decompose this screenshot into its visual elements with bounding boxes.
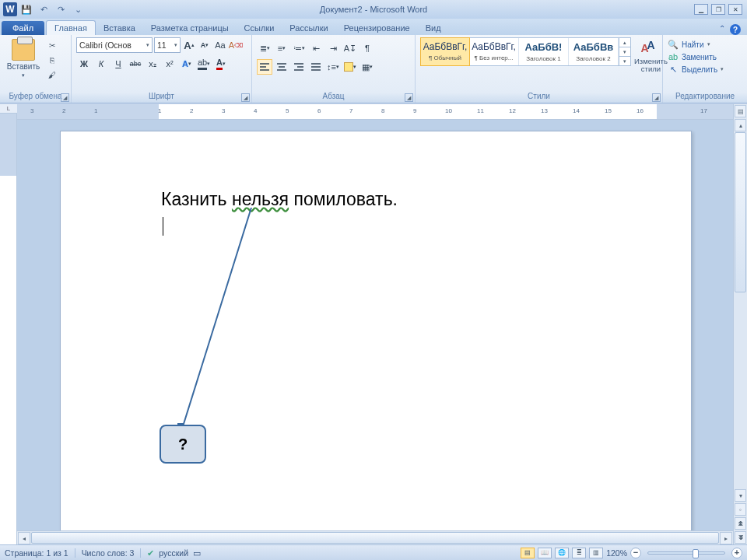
horizontal-scrollbar[interactable]: ◂ ▸	[17, 530, 733, 544]
format-painter-button[interactable]: 🖌	[45, 68, 59, 81]
document-text-line[interactable]: Казнить нельзя помиловать.	[161, 189, 398, 210]
undo-icon[interactable]: ↶	[37, 3, 50, 16]
zoom-in-button[interactable]: +	[731, 548, 742, 558]
copy-button[interactable]: ⎘	[45, 54, 59, 66]
justify-button[interactable]	[308, 59, 324, 75]
styles-launcher-icon[interactable]: ◢	[652, 93, 661, 102]
horizontal-ruler[interactable]: 3211234567891011121314151617	[17, 104, 733, 120]
cut-button[interactable]: ✂	[45, 39, 59, 51]
tab-mailings[interactable]: Рассылки	[282, 21, 335, 35]
align-left-button[interactable]	[257, 59, 272, 75]
sort-button[interactable]: A↧	[342, 40, 358, 56]
italic-button[interactable]: К	[93, 56, 109, 72]
style-gallery-item[interactable]: АаБбВвГг,¶ Обычный	[420, 37, 470, 66]
font-name-combo[interactable]: Calibri (Основ▾	[76, 37, 153, 53]
font-color-button[interactable]: A▾	[213, 56, 229, 72]
tab-layout[interactable]: Разметка страницы	[143, 21, 237, 35]
tab-file[interactable]: Файл	[2, 21, 44, 35]
prev-page-icon[interactable]: ⯭	[735, 517, 746, 530]
tab-references[interactable]: Ссылки	[237, 21, 282, 35]
replace-button[interactable]: abЗаменить	[668, 51, 724, 62]
status-language[interactable]: русский	[159, 548, 188, 558]
grow-font-button[interactable]: A▴	[182, 37, 196, 53]
browse-object-icon[interactable]: ◦	[735, 503, 746, 516]
tab-view[interactable]: Вид	[418, 21, 449, 35]
superscript-button[interactable]: x²	[162, 56, 177, 72]
ruler-tick: 1	[94, 107, 97, 114]
group-paragraph-label: Абзац	[257, 91, 410, 102]
qat-dropdown-icon[interactable]: ⌄	[72, 3, 84, 16]
find-button[interactable]: 🔍Найти ▾	[668, 39, 724, 50]
restore-button[interactable]: ❐	[711, 4, 725, 15]
style-gallery-item[interactable]: АаБбВ!Заголовок 1	[519, 38, 569, 65]
scroll-down-icon[interactable]: ▾	[735, 489, 746, 502]
numbering-button[interactable]: ≡▾	[274, 40, 289, 56]
tab-review[interactable]: Рецензирование	[336, 21, 418, 35]
ruler-corner[interactable]: L	[0, 104, 17, 114]
paste-button[interactable]: Вставить ▾	[5, 37, 42, 80]
font-launcher-icon[interactable]: ◢	[241, 93, 250, 102]
tab-insert[interactable]: Вставка	[96, 21, 143, 35]
vertical-scrollbar[interactable]: ▤ ▴ ▾ ◦ ⯭ ⯯	[733, 104, 747, 544]
text-effects-button[interactable]: A▾	[179, 56, 195, 72]
redo-icon[interactable]: ↷	[54, 3, 67, 16]
style-gallery-item[interactable]: АаБбВвЗаголовок 2	[569, 38, 619, 65]
callout-connector	[177, 208, 271, 429]
style-gallery-spinner[interactable]: ▴▾▾	[619, 38, 630, 65]
style-gallery-item[interactable]: АаБбВвГг,¶ Без интер...	[469, 38, 519, 65]
line-spacing-button[interactable]: ↕≡▾	[325, 59, 341, 75]
show-marks-button[interactable]: ¶	[359, 40, 375, 56]
view-web-button[interactable]: 🌐	[555, 548, 569, 558]
zoom-slider[interactable]	[647, 551, 725, 555]
clear-formatting-button[interactable]: A⌫	[229, 37, 243, 53]
multilevel-list-button[interactable]: ≔▾	[291, 40, 307, 56]
clipboard-launcher-icon[interactable]: ◢	[61, 93, 69, 102]
status-word-count[interactable]: Число слов: 3	[82, 548, 135, 558]
increase-indent-button[interactable]: ⇥	[325, 40, 341, 56]
shading-button[interactable]: ▾	[342, 59, 358, 75]
scroll-left-icon[interactable]: ◂	[18, 532, 30, 544]
highlight-color-button[interactable]: ab▾	[196, 56, 212, 72]
borders-button[interactable]: ▦▾	[359, 59, 375, 75]
scroll-right-icon[interactable]: ▸	[720, 532, 732, 544]
bullets-button[interactable]: ≣▾	[257, 40, 272, 56]
ruler-tick: 6	[317, 107, 321, 114]
save-icon[interactable]: 💾	[20, 3, 33, 16]
vertical-ruler[interactable]	[0, 114, 17, 544]
change-case-button[interactable]: Aa	[213, 37, 227, 53]
underline-button[interactable]: Ч	[110, 56, 126, 72]
document-canvas[interactable]: Казнить нельзя помиловать. ?	[17, 120, 733, 530]
close-button[interactable]: ✕	[728, 4, 742, 15]
paragraph-launcher-icon[interactable]: ◢	[405, 93, 413, 102]
font-size-combo[interactable]: 11▾	[154, 37, 181, 53]
status-page[interactable]: Страница: 1 из 1	[5, 548, 68, 558]
zoom-level[interactable]: 120%	[606, 548, 627, 558]
view-print-layout-button[interactable]: ▤	[521, 548, 535, 558]
styles-gallery[interactable]: АаБбВвГг,¶ ОбычныйАаБбВвГг,¶ Без интер..…	[420, 37, 631, 66]
document-area: L 3211234567891011121314151617 Казнить н…	[0, 104, 747, 544]
scroll-up-icon[interactable]: ▴	[735, 119, 746, 131]
help-icon[interactable]: ?	[730, 24, 741, 35]
next-page-icon[interactable]: ⯯	[735, 531, 746, 544]
proofing-icon[interactable]: ✔	[147, 548, 154, 558]
select-button[interactable]: ↖Выделить ▾	[668, 64, 724, 75]
view-reading-button[interactable]: 📖	[538, 548, 552, 558]
align-right-button[interactable]	[291, 59, 307, 75]
view-outline-button[interactable]: ≣	[572, 548, 586, 558]
callout-annotation[interactable]: ?	[160, 425, 206, 464]
bold-button[interactable]: Ж	[76, 56, 92, 72]
tab-home[interactable]: Главная	[46, 20, 96, 35]
strikethrough-button[interactable]: abc	[128, 56, 143, 72]
subscript-button[interactable]: x₂	[145, 56, 160, 72]
decrease-indent-button[interactable]: ⇤	[308, 40, 324, 56]
view-draft-button[interactable]: ▥	[589, 548, 603, 558]
align-center-button[interactable]	[274, 59, 289, 75]
chevron-down-icon: ▾	[144, 42, 149, 48]
shrink-font-button[interactable]: A▾	[198, 37, 212, 53]
ruler-toggle-icon[interactable]: ▤	[735, 105, 746, 117]
insert-mode-icon[interactable]: ▭	[193, 548, 201, 558]
zoom-out-button[interactable]: −	[630, 548, 641, 558]
ruler-tick: 9	[413, 107, 416, 114]
minimize-button[interactable]: ▁	[694, 4, 708, 15]
ribbon-minimize-icon[interactable]: ⌃	[719, 24, 725, 35]
